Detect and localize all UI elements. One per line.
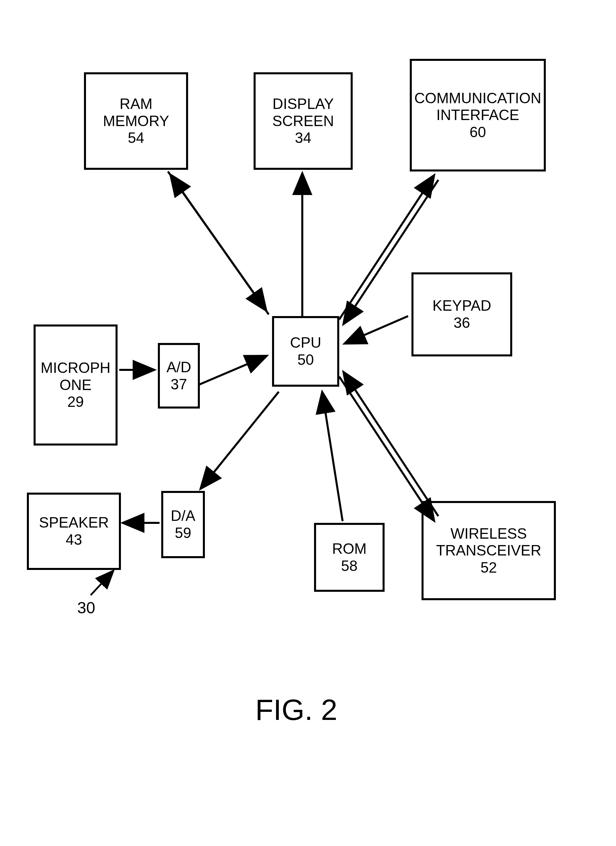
block-ad-label: A/D xyxy=(167,359,191,376)
svg-line-11 xyxy=(201,392,279,487)
block-display: DISPLAY SCREEN 34 xyxy=(254,72,353,170)
svg-line-6 xyxy=(346,316,408,343)
block-cpu-num: 50 xyxy=(298,352,314,369)
block-wireless: WIRELESS TRANSCEIVER 52 xyxy=(421,501,556,600)
block-speaker: SPEAKER 43 xyxy=(27,493,121,570)
svg-line-10 xyxy=(198,356,265,385)
block-da-num: 59 xyxy=(175,525,191,542)
svg-line-7 xyxy=(339,377,433,519)
figure-label: FIG. 2 xyxy=(255,693,337,727)
block-ram: RAM MEMORY 54 xyxy=(84,72,188,170)
block-comm-num: 60 xyxy=(469,124,486,141)
block-mic-num: 29 xyxy=(67,393,84,410)
svg-line-8 xyxy=(344,373,438,516)
block-keypad-label: KEYPAD xyxy=(432,297,491,314)
block-keypad-num: 36 xyxy=(454,314,470,331)
block-ram-label: RAM MEMORY xyxy=(86,96,186,129)
block-display-num: 34 xyxy=(295,129,311,147)
block-mic-label: MICROPHONE xyxy=(35,359,116,393)
block-ram-num: 54 xyxy=(128,129,144,147)
block-wireless-num: 52 xyxy=(481,559,497,576)
svg-line-2 xyxy=(171,176,269,314)
block-comm-label: COMMUNICATION INTERFACE xyxy=(412,90,544,124)
block-ad: A/D 37 xyxy=(158,343,200,409)
block-keypad: KEYPAD 36 xyxy=(411,272,512,356)
block-comm: COMMUNICATION INTERFACE 60 xyxy=(410,59,546,172)
block-da-label: D/A xyxy=(171,508,195,525)
block-microphone: MICROPHONE 29 xyxy=(34,324,117,446)
block-wireless-label: WIRELESS TRANSCEIVER xyxy=(424,525,554,559)
block-cpu-label: CPU xyxy=(290,334,321,352)
block-cpu: CPU 50 xyxy=(272,316,339,387)
svg-line-14 xyxy=(91,572,113,595)
svg-line-9 xyxy=(323,393,343,521)
diagram-canvas: RAM MEMORY 54 DISPLAY SCREEN 34 COMMUNIC… xyxy=(0,0,616,846)
block-rom: ROM 58 xyxy=(314,523,384,592)
block-da: D/A 59 xyxy=(161,491,205,558)
block-rom-label: ROM xyxy=(332,540,367,558)
block-display-label: DISPLAY SCREEN xyxy=(255,96,351,129)
block-speaker-label: SPEAKER xyxy=(39,514,109,531)
block-speaker-num: 43 xyxy=(66,531,82,549)
block-rom-num: 58 xyxy=(341,558,358,575)
ref-pointer-label: 30 xyxy=(77,599,95,617)
block-ad-num: 37 xyxy=(171,376,187,393)
